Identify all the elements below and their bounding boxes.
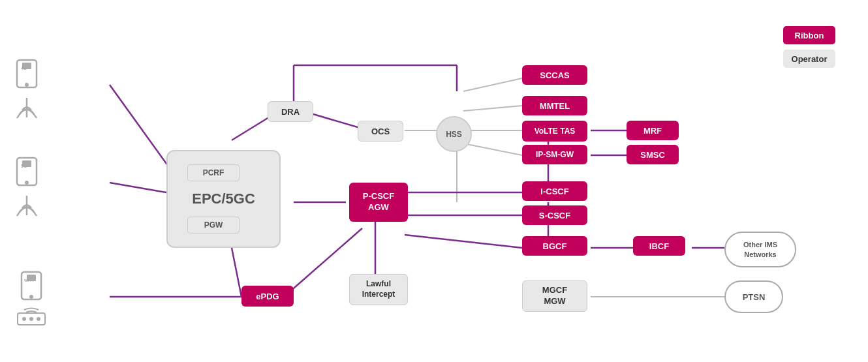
- legend-operator-label: Operator: [792, 54, 828, 64]
- ibcf-label: IBCF: [649, 241, 669, 251]
- svg-line-5: [232, 248, 241, 297]
- legend-ribbon-box: Ribbon: [783, 26, 835, 44]
- svg-line-9: [463, 78, 522, 91]
- mrf-node: MRF: [627, 121, 679, 140]
- sccas-node: SCCAS: [522, 65, 587, 85]
- device-5g: 5G: [14, 157, 39, 217]
- svg-point-44: [22, 317, 26, 321]
- epc-label: EPC/5GC: [192, 190, 255, 207]
- svg-point-45: [29, 317, 33, 321]
- antenna-4g-icon: [14, 95, 39, 119]
- device-wifi: Wi-Fi: [14, 271, 48, 326]
- antenna-5g-icon: [14, 192, 39, 217]
- mrf-label: MRF: [643, 126, 662, 136]
- smsc-node: SMSC: [627, 145, 679, 164]
- pcscf-node: P-CSCF AGW: [349, 183, 408, 222]
- svg-text:4G: 4G: [21, 66, 27, 70]
- router-icon: [14, 307, 48, 326]
- pcrf-node: PCRF: [187, 164, 240, 181]
- ptsn-node: PTSN: [724, 280, 783, 313]
- ibcf-node: IBCF: [633, 236, 685, 256]
- svg-point-31: [25, 83, 29, 87]
- bgcf-node: BGCF: [522, 236, 587, 256]
- hss-node: HSS: [436, 116, 472, 152]
- volte-node: VoLTE TAS: [522, 121, 587, 142]
- epdg-label: ePDG: [256, 292, 279, 301]
- ocs-label: OCS: [371, 127, 390, 136]
- svg-line-12: [463, 143, 522, 155]
- legend-operator-box: Operator: [783, 50, 835, 68]
- hss-label: HSS: [446, 130, 462, 139]
- scscf-node: S-CSCF: [522, 205, 587, 225]
- legend-ribbon: Ribbon: [783, 26, 835, 44]
- phone-wifi-icon: Wi-Fi: [19, 271, 44, 305]
- dra-node: DRA: [268, 101, 313, 122]
- volte-label: VoLTE TAS: [535, 127, 576, 136]
- phone-5g-icon: 5G: [14, 157, 39, 190]
- scscf-label: S-CSCF: [539, 211, 570, 220]
- pgw-label: PGW: [204, 220, 223, 230]
- pcrf-label: PCRF: [203, 168, 225, 177]
- sccas-label: SCCAS: [540, 70, 570, 80]
- svg-point-36: [25, 181, 29, 185]
- bgcf-label: BGCF: [543, 241, 567, 251]
- legend: Ribbon Operator: [783, 26, 835, 68]
- epdg-node: ePDG: [241, 286, 294, 307]
- ip-sm-gw-label: IP-SM-GW: [536, 150, 574, 159]
- other-ims-label: Other IMS Networks: [743, 240, 777, 259]
- pgw-node: PGW: [187, 217, 240, 234]
- lawful-node: Lawful Intercept: [349, 274, 408, 305]
- ocs-node: OCS: [358, 121, 403, 142]
- lawful-label: Lawful Intercept: [362, 279, 395, 299]
- icscf-label: I-CSCF: [540, 187, 568, 196]
- dra-label: DRA: [281, 107, 300, 117]
- svg-text:5G: 5G: [21, 164, 27, 168]
- svg-text:Wi-Fi: Wi-Fi: [24, 279, 34, 282]
- mmtel-label: MMTEL: [540, 101, 570, 111]
- phone-4g-icon: 4G: [14, 59, 39, 93]
- legend-operator: Operator: [783, 50, 835, 68]
- svg-line-10: [463, 106, 522, 111]
- smsc-label: SMSC: [640, 150, 665, 160]
- network-diagram: .pl { stroke: #7b2d8b; stroke-width: 2.5…: [0, 0, 868, 362]
- legend-ribbon-label: Ribbon: [795, 31, 824, 40]
- svg-point-41: [29, 295, 33, 299]
- pcscf-label: P-CSCF AGW: [363, 191, 394, 213]
- mgcf-node: MGCF MGW: [522, 280, 587, 312]
- svg-point-46: [37, 317, 40, 321]
- mmtel-node: MMTEL: [522, 96, 587, 115]
- ptsn-label: PTSN: [743, 292, 766, 302]
- ip-sm-gw-node: IP-SM-GW: [522, 145, 587, 164]
- device-4g: 4G: [14, 59, 39, 119]
- mgcf-label: MGCF MGW: [542, 285, 567, 307]
- svg-line-20: [405, 235, 522, 248]
- other-ims-node: Other IMS Networks: [724, 232, 796, 267]
- epc-node: EPC/5GC PCRF PGW: [166, 150, 281, 248]
- icscf-node: I-CSCF: [522, 181, 587, 201]
